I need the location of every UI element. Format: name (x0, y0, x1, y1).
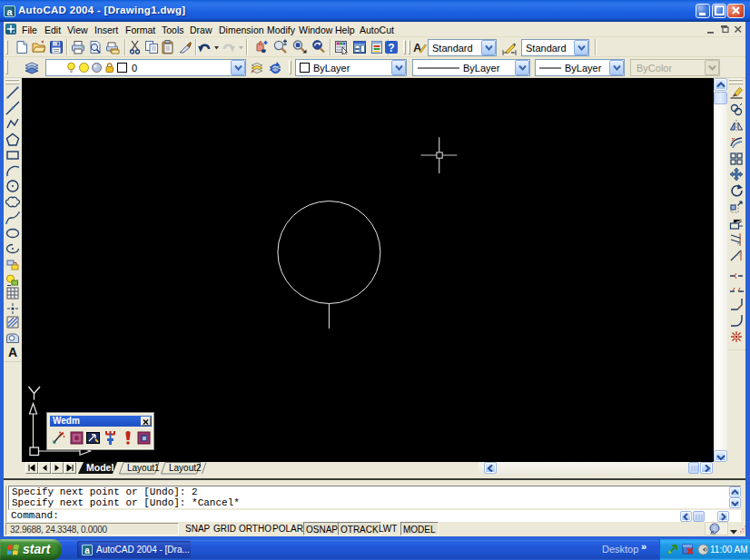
svg-text:?: ? (388, 42, 394, 54)
svg-text:A: A (8, 345, 17, 359)
svg-text:Model: Model (86, 462, 113, 473)
svg-text:Layout2: Layout2 (169, 463, 202, 473)
svg-text:Layout1: Layout1 (127, 463, 160, 473)
